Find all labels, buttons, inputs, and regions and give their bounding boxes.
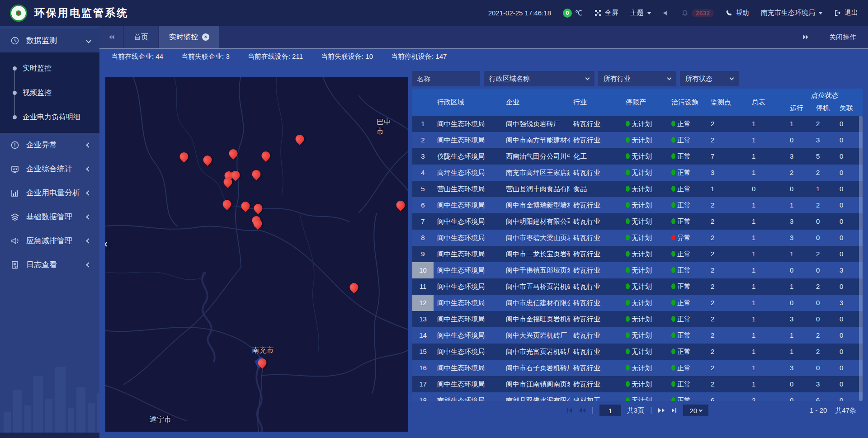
cell-facility-status: 正常: [668, 376, 707, 392]
previous-page-button[interactable]: [579, 408, 586, 413]
table-row[interactable]: 1 阆中生态环境局 阆中强锐页岩砖厂 砖瓦行业 无计划 正常 2 1 1 2 0: [412, 116, 863, 132]
table-row[interactable]: 15 阆中生态环境局 阆中市光富页岩机砖厂 砖瓦行业 无计划 正常 2 1 1 …: [412, 344, 863, 360]
row-index: 4: [412, 165, 434, 181]
tab-home[interactable]: 首页: [124, 26, 158, 48]
sidebar-item-realtime-monitoring[interactable]: 实时监控: [0, 56, 99, 80]
tab-close-icon[interactable]: ✕: [202, 33, 209, 41]
table-row[interactable]: 16 阆中生态环境局 阆中市石子页岩机砖厂 砖瓦行业 无计划 正常 2 1 3 …: [412, 360, 863, 376]
cell-monitor-count: 1: [707, 181, 748, 197]
map-pin-icon[interactable]: [203, 155, 212, 164]
mute-button[interactable]: [663, 10, 670, 16]
name-filter-input[interactable]: [412, 71, 480, 86]
sidebar-item-emergency-reduction[interactable]: 应急减排管理: [0, 229, 99, 253]
sidebar-item-enterprise-anomaly[interactable]: 企业异常: [0, 133, 99, 157]
table-row[interactable]: 3 仪陇生态环境局 西南油气田分公司川中 化工 无计划 正常 7 1 3 5 0: [412, 148, 863, 165]
cell-region: 阆中生态环境局: [434, 278, 502, 295]
fullscreen-button[interactable]: 全屏: [594, 9, 618, 17]
status-dot-icon: [626, 218, 630, 224]
map-pin-icon[interactable]: [262, 151, 270, 160]
cell-facility-status: 异常: [668, 230, 707, 246]
region-filter-select[interactable]: 行政区域名称: [484, 71, 594, 86]
sidebar-submenu: 实时监控 视频监控 企业电力负荷明细: [0, 52, 99, 133]
table-row[interactable]: 9 阆中生态环境局 阆中市二龙长宝页岩砖 砖瓦行业 无计划 正常 2 1 1 2: [412, 246, 863, 262]
sidebar-item-enterprise-statistics[interactable]: 企业综合统计: [0, 157, 99, 181]
map-pin-icon[interactable]: [231, 171, 240, 179]
stat-item: 当前停机设备147: [391, 52, 447, 61]
page-size-select[interactable]: 20: [683, 405, 708, 416]
table-row[interactable]: 7 阆中生态环境局 阆中明阳建材有限公司 砖瓦行业 无计划 正常 2 1 3 0: [412, 213, 863, 230]
cell-company: 南部县双佛水泥有限公: [502, 392, 570, 401]
map-pin-icon[interactable]: [241, 202, 250, 210]
status-filter-select[interactable]: 所有状态: [680, 71, 739, 86]
close-operations-button[interactable]: 关闭操作: [817, 26, 868, 48]
table-row[interactable]: 8 阆中生态环境局 阆中市枣碧大梁山页岩 砖瓦行业 无计划 异常 2 1 3 0: [412, 230, 863, 246]
help-button[interactable]: 帮助: [726, 9, 749, 17]
sidebar-item-video-monitoring[interactable]: 视频监控: [0, 80, 99, 105]
industry-filter-select[interactable]: 所有行业: [598, 71, 676, 86]
cell-company: 阆中市金博瑞新型墙材: [502, 197, 570, 213]
chevron-down-icon: [667, 75, 672, 80]
table-scrollbar[interactable]: [859, 116, 863, 401]
tab-realtime-monitoring[interactable]: 实时监控 ✕: [159, 26, 219, 48]
map-pin-icon[interactable]: [252, 170, 261, 179]
sidebar-item-log-view[interactable]: 日志查看: [0, 253, 99, 277]
map-city-label: 南充市: [252, 345, 274, 355]
map-pin-icon[interactable]: [258, 358, 267, 367]
chevron-left-icon: [86, 166, 91, 171]
table-row[interactable]: 13 阆中生态环境局 阆中市金福旺页岩机砖 砖瓦行业 无计划 正常 2 1 3 …: [412, 311, 863, 327]
map-pin-icon[interactable]: [296, 135, 304, 143]
row-index: 6: [412, 197, 434, 213]
first-page-button[interactable]: [566, 408, 573, 413]
cell-region: 阆中生态环境局: [434, 246, 502, 262]
table-row[interactable]: 10 阆中生态环境局 阆中千佛镇五郎垭页岩 砖瓦行业 无计划 正常 2 1 0 …: [412, 262, 863, 278]
status-dot-icon: [671, 202, 675, 208]
cell-industry: 砖瓦行业: [570, 360, 622, 376]
cell-monitor-count: 2: [707, 197, 748, 213]
map-pin-icon[interactable]: [396, 201, 405, 209]
table-row[interactable]: 4 高坪生态环境局 南充市高坪区王家店建 砖瓦行业 无计划 正常 3 1 2 2: [412, 165, 863, 181]
table-row[interactable]: 5 营山生态环境局 营山县润丰肉食品有限 食品 无计划 正常 1 0 0 1 0: [412, 181, 863, 197]
next-page-button[interactable]: [658, 408, 665, 413]
row-index: 2: [412, 132, 434, 148]
table-row[interactable]: 11 阆中生态环境局 阆中市五马桥页岩机砖 砖瓦行业 无计划 正常 2 1 1 …: [412, 278, 863, 295]
notifications[interactable]: 2632: [681, 9, 714, 17]
map-pin-icon[interactable]: [254, 204, 263, 212]
cell-region: 阆中生态环境局: [434, 311, 502, 327]
cell-facility-status: 正常: [668, 116, 707, 132]
map-panel[interactable]: 巴中市 南充市 遂宁市: [105, 77, 408, 432]
table-row[interactable]: 6 阆中生态环境局 阆中市金博瑞新型墙材 砖瓦行业 无计划 正常 2 1 1 2: [412, 197, 863, 213]
map-pin-icon[interactable]: [254, 219, 262, 228]
cell-total-meter: 1: [748, 360, 786, 376]
table-row[interactable]: 18 南部生态环境局 南部县双佛水泥有限公 建材加工 无计划 正常 6 2 0 …: [412, 392, 863, 401]
cell-total-meter: 2: [748, 392, 786, 401]
row-index: 17: [412, 376, 434, 392]
tabs-scroll-left-button[interactable]: [99, 26, 123, 48]
cell-company: 南充市高坪区王家店建: [502, 165, 570, 181]
table-row[interactable]: 14 阆中生态环境局 阆中大兴页岩机砖厂 砖瓦行业 无计划 正常 2 1 1 2: [412, 327, 863, 344]
logout-button[interactable]: 退出: [835, 9, 858, 17]
cell-monitor-count: 7: [707, 148, 748, 165]
map-pin-icon[interactable]: [180, 152, 189, 161]
stats-bar: 当前在线企业44 当前失联企业3 当前在线设备211 当前失联设备10 当前停机…: [99, 48, 868, 65]
sidebar-item-power-usage-analysis[interactable]: 企业用电量分析: [0, 181, 99, 205]
page-number-input[interactable]: [599, 405, 621, 416]
speaker-muted-icon: [663, 10, 670, 16]
bar-chart-icon: [10, 188, 20, 198]
map-pin-icon[interactable]: [223, 200, 231, 208]
table-row[interactable]: 2 阆中生态环境局 阆中市南方节能建材有 砖瓦行业 无计划 正常 2 1 0 3: [412, 132, 863, 148]
map-pin-icon[interactable]: [229, 149, 237, 158]
cell-stopped: 0: [812, 213, 836, 230]
map-pin-icon[interactable]: [350, 283, 359, 292]
table-row[interactable]: 17 阆中生态环境局 阆中市江南镇阆南页岩 砖瓦行业 无计划 正常 2 1 0 …: [412, 376, 863, 392]
user-dropdown[interactable]: 南充市生态环境局: [761, 9, 823, 17]
table-row[interactable]: 12 阆中生态环境局 阆中市忠信建材有限公 砖瓦行业 无计划 正常 2 1 0 …: [412, 295, 863, 311]
theme-dropdown[interactable]: 主题: [630, 9, 651, 17]
sidebar-item-base-data-management[interactable]: 基础数据管理: [0, 205, 99, 229]
last-page-button[interactable]: [671, 408, 677, 413]
sidebar-item-data-monitoring[interactable]: 数据监测: [0, 28, 99, 52]
tabs-scroll-right-button[interactable]: [794, 26, 817, 48]
cell-monitor-count: 2: [707, 376, 748, 392]
status-dot-icon: [626, 121, 630, 127]
map-pin-icon[interactable]: [223, 178, 232, 186]
sidebar-item-power-load-detail[interactable]: 企业电力负荷明细: [0, 105, 99, 129]
